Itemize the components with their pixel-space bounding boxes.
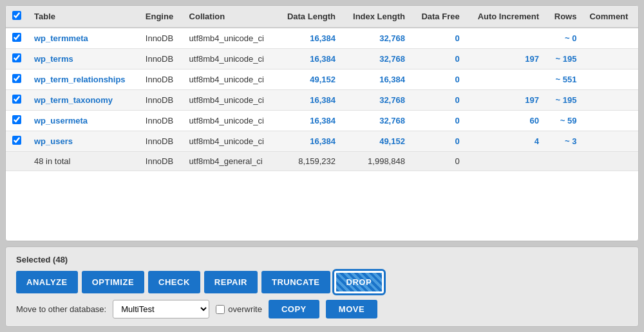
row-index-length: 49,152 bbox=[342, 131, 412, 152]
drop-button[interactable]: DROP bbox=[334, 271, 384, 293]
col-comment: Comment bbox=[583, 6, 638, 28]
row-checkbox[interactable] bbox=[12, 95, 21, 104]
table-row: wp_term_taxonomy InnoDB utf8mb4_unicode_… bbox=[6, 90, 638, 111]
row-auto-increment: 4 bbox=[466, 131, 545, 152]
overwrite-container: overwrite bbox=[216, 304, 262, 314]
row-checkbox-cell bbox=[6, 49, 28, 69]
col-index-length: Index Length bbox=[342, 6, 412, 28]
table-link[interactable]: wp_terms bbox=[34, 54, 73, 64]
row-data-free: 0 bbox=[412, 28, 466, 49]
row-data-free: 0 bbox=[412, 69, 466, 90]
row-auto-increment: 197 bbox=[466, 90, 545, 111]
truncate-button[interactable]: TRUNCATE bbox=[261, 271, 330, 293]
total-index-length: 1,998,848 bbox=[342, 152, 412, 171]
total-rows bbox=[545, 152, 583, 171]
row-comment bbox=[583, 49, 638, 69]
table-link[interactable]: wp_termmeta bbox=[34, 33, 88, 43]
total-row: 48 in total InnoDB utf8mb4_general_ci 8,… bbox=[6, 152, 638, 171]
overwrite-checkbox[interactable] bbox=[216, 305, 225, 314]
row-collation: utf8mb4_unicode_ci bbox=[183, 111, 277, 131]
total-label: 48 in total bbox=[28, 152, 139, 171]
row-data-free: 0 bbox=[412, 111, 466, 131]
table-row: wp_usermeta InnoDB utf8mb4_unicode_ci 16… bbox=[6, 111, 638, 131]
row-auto-increment: 197 bbox=[466, 49, 545, 69]
check-button[interactable]: CHECK bbox=[148, 271, 200, 293]
row-collation: utf8mb4_unicode_ci bbox=[183, 69, 277, 90]
row-auto-increment: 60 bbox=[466, 111, 545, 131]
row-table-name: wp_usermeta bbox=[28, 111, 139, 131]
row-data-length: 49,152 bbox=[276, 69, 342, 90]
row-checkbox-cell bbox=[6, 69, 28, 90]
row-data-length: 16,384 bbox=[276, 131, 342, 152]
row-data-free: 0 bbox=[412, 49, 466, 69]
row-data-length: 16,384 bbox=[276, 28, 342, 49]
total-collation: utf8mb4_general_ci bbox=[183, 152, 277, 171]
col-auto-increment: Auto Increment bbox=[466, 6, 545, 28]
table-link[interactable]: wp_users bbox=[34, 136, 73, 146]
row-table-name: wp_terms bbox=[28, 49, 139, 69]
repair-button[interactable]: REPAIR bbox=[204, 271, 258, 293]
table-link[interactable]: wp_usermeta bbox=[34, 116, 88, 125]
move-row: Move to other database: MultiTest overwr… bbox=[16, 300, 628, 318]
row-data-length: 16,384 bbox=[276, 90, 342, 111]
select-all-checkbox[interactable] bbox=[12, 11, 21, 20]
row-data-length: 16,384 bbox=[276, 49, 342, 69]
copy-button[interactable]: COPY bbox=[269, 300, 319, 318]
row-engine: InnoDB bbox=[139, 49, 183, 69]
row-checkbox[interactable] bbox=[12, 136, 21, 145]
col-rows: Rows bbox=[545, 6, 583, 28]
col-engine: Engine bbox=[139, 6, 183, 28]
row-checkbox[interactable] bbox=[12, 53, 21, 62]
row-rows: ~ 0 bbox=[545, 28, 583, 49]
col-data-free: Data Free bbox=[412, 6, 466, 28]
row-checkbox[interactable] bbox=[12, 115, 21, 124]
row-checkbox-cell bbox=[6, 131, 28, 152]
row-rows: ~ 195 bbox=[545, 49, 583, 69]
action-buttons: ANALYZE OPTIMIZE CHECK REPAIR TRUNCATE D… bbox=[16, 271, 628, 293]
database-table-wrapper: Table Engine Collation Data Length Index… bbox=[5, 5, 639, 241]
row-rows: ~ 59 bbox=[545, 111, 583, 131]
row-auto-increment bbox=[466, 28, 545, 49]
row-table-name: wp_users bbox=[28, 131, 139, 152]
row-engine: InnoDB bbox=[139, 28, 183, 49]
total-engine: InnoDB bbox=[139, 152, 183, 171]
overwrite-label: overwrite bbox=[228, 304, 262, 314]
row-engine: InnoDB bbox=[139, 69, 183, 90]
total-checkbox-cell bbox=[6, 152, 28, 171]
move-button[interactable]: MOVE bbox=[326, 300, 377, 318]
row-table-name: wp_term_taxonomy bbox=[28, 90, 139, 111]
row-comment bbox=[583, 90, 638, 111]
row-checkbox-cell bbox=[6, 90, 28, 111]
col-collation: Collation bbox=[183, 6, 277, 28]
optimize-button[interactable]: OPTIMIZE bbox=[82, 271, 144, 293]
row-data-length: 16,384 bbox=[276, 111, 342, 131]
table-header-row: Table Engine Collation Data Length Index… bbox=[6, 6, 638, 28]
row-checkbox[interactable] bbox=[12, 33, 21, 42]
database-select[interactable]: MultiTest bbox=[113, 300, 209, 318]
row-collation: utf8mb4_unicode_ci bbox=[183, 90, 277, 111]
row-engine: InnoDB bbox=[139, 90, 183, 111]
row-rows: ~ 195 bbox=[545, 90, 583, 111]
row-engine: InnoDB bbox=[139, 131, 183, 152]
row-comment bbox=[583, 28, 638, 49]
row-index-length: 32,768 bbox=[342, 49, 412, 69]
row-checkbox[interactable] bbox=[12, 74, 21, 83]
analyze-button[interactable]: ANALYZE bbox=[16, 271, 78, 293]
table-link[interactable]: wp_term_taxonomy bbox=[34, 95, 113, 105]
tables-list: Table Engine Collation Data Length Index… bbox=[6, 6, 638, 171]
row-comment bbox=[583, 69, 638, 90]
header-checkbox-col bbox=[6, 6, 28, 28]
row-index-length: 32,768 bbox=[342, 90, 412, 111]
total-comment bbox=[583, 152, 638, 171]
table-row: wp_terms InnoDB utf8mb4_unicode_ci 16,38… bbox=[6, 49, 638, 69]
row-rows: ~ 551 bbox=[545, 69, 583, 90]
row-engine: InnoDB bbox=[139, 111, 183, 131]
row-collation: utf8mb4_unicode_ci bbox=[183, 131, 277, 152]
row-collation: utf8mb4_unicode_ci bbox=[183, 49, 277, 69]
row-table-name: wp_term_relationships bbox=[28, 69, 139, 90]
row-index-length: 32,768 bbox=[342, 28, 412, 49]
row-data-free: 0 bbox=[412, 90, 466, 111]
table-link[interactable]: wp_term_relationships bbox=[34, 75, 126, 84]
total-auto-increment bbox=[466, 152, 545, 171]
row-checkbox-cell bbox=[6, 28, 28, 49]
